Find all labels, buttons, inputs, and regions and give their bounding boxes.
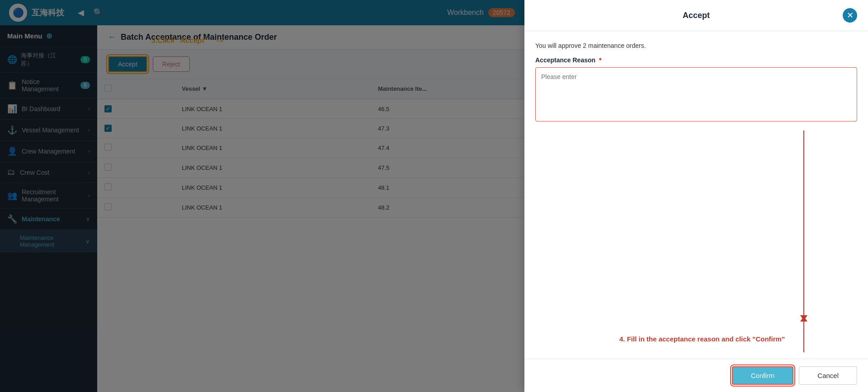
cancel-button[interactable]: Cancel (799, 366, 857, 385)
modal-title: Accept (550, 11, 843, 20)
modal-header: Accept ✕ (524, 0, 868, 31)
modal-footer: Confirm Cancel (524, 359, 868, 392)
field-label: Acceptance Reason * (535, 56, 857, 64)
arrow-head-up-icon (800, 316, 807, 322)
required-star: * (597, 56, 601, 64)
modal-info-text: You will approve 2 maintenance orders. (535, 42, 857, 49)
modal-body: You will approve 2 maintenance orders. A… (524, 31, 868, 359)
modal-panel: Accept ✕ You will approve 2 maintenance … (524, 0, 868, 392)
acceptance-reason-field: Acceptance Reason * (535, 56, 857, 123)
modal-annotation-container: 4. Fill in the acceptance reason and cli… (535, 131, 857, 348)
modal-annotation-text: 4. Fill in the acceptance reason and cli… (619, 335, 785, 343)
arrow-line (803, 131, 804, 315)
arrow-line-up (803, 322, 804, 352)
modal-close-button[interactable]: ✕ (843, 8, 857, 23)
modal-annotation-arrow-up (800, 316, 807, 352)
acceptance-reason-input[interactable] (535, 67, 857, 121)
modal-annotation-arrow (800, 131, 807, 321)
modal-overlay: Accept ✕ You will approve 2 maintenance … (0, 0, 868, 392)
modal-annotation-text-container: 4. Fill in the acceptance reason and cli… (535, 335, 857, 343)
confirm-button[interactable]: Confirm (732, 366, 794, 385)
